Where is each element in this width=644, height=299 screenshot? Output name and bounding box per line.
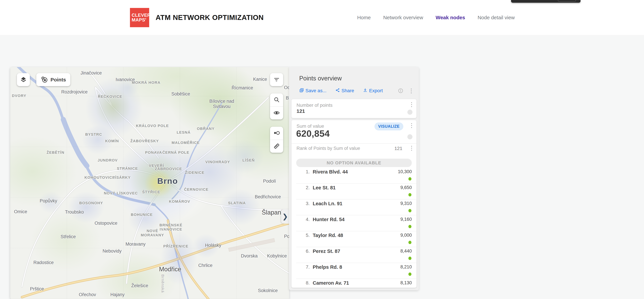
rank-row[interactable]: 2.Lee St. 819,650 <box>292 184 416 199</box>
sum-of-value-card: Sum of value 620,854 VISUALIZE ⋮ Rank of… <box>292 120 416 288</box>
rank-value: 8,210 <box>400 264 412 270</box>
rank-number: 5. <box>302 233 310 238</box>
rank-row[interactable]: 7.Phelps Rd. 88,210 <box>292 263 416 279</box>
map-label: PÍSÁRKY <box>112 175 131 180</box>
rank-value: 9,310 <box>400 201 412 206</box>
nav-weak-nodes[interactable]: Weak nodes <box>436 15 465 21</box>
rank-name: Perez St. 87 <box>313 248 340 254</box>
rank-row[interactable]: 8.Cameron Av. 718,130 <box>292 279 416 288</box>
rank-name: Phelps Rd. 8 <box>313 264 342 270</box>
map-label: Sokolnice <box>258 288 278 293</box>
rank-value: 10,300 <box>398 169 412 174</box>
rank-value: 8,130 <box>400 280 412 285</box>
rank-row[interactable]: 4.Hunter Rd. 549,160 <box>292 215 416 231</box>
rank-row[interactable]: 5.Taylor Rd. 489,000 <box>292 231 416 247</box>
nav-node-detail-view[interactable]: Node detail view <box>478 15 515 21</box>
share-icon <box>335 88 340 94</box>
layers-button[interactable] <box>17 73 30 86</box>
map-label: Soběšice <box>171 91 190 97</box>
rank-value: 9,000 <box>400 233 412 238</box>
rank-kebab[interactable]: ⋮ <box>409 145 414 151</box>
rank-row[interactable]: 6.Perez St. 878,440 <box>292 247 416 263</box>
compare-points-button[interactable] <box>270 127 283 140</box>
map-label: Moravany <box>126 241 146 247</box>
points-toggle-button[interactable]: Points <box>36 73 70 86</box>
map-label: Chrlice <box>198 263 212 268</box>
map-label: Nebovidy <box>102 248 122 254</box>
rank-row[interactable]: 1.Rivera Blvd. 4410,300 <box>292 168 416 184</box>
map-label: MOKRÁ HORA <box>132 80 160 85</box>
map-label: BOHUNICE <box>131 212 153 217</box>
map-label: Brno <box>157 176 178 186</box>
visualize-badge[interactable]: VISUALIZE <box>374 122 403 130</box>
map-label: Ponětovice <box>284 234 289 239</box>
map-label: Střelice <box>60 234 76 239</box>
green-status-dot <box>408 193 412 196</box>
sum-card-kebab[interactable]: ⋮ <box>409 122 414 128</box>
rank-row[interactable]: 3.Leach Ln. 919,310 <box>292 199 416 215</box>
map-label: ŠTÝŘICE <box>142 190 160 194</box>
map-label: Ostopovice <box>94 221 117 226</box>
map-label: LÍŠEŇ <box>242 158 255 162</box>
green-status-dot <box>408 225 412 228</box>
sum-card-toggle[interactable] <box>408 134 412 139</box>
number-card-toggle[interactable] <box>408 110 412 115</box>
map-label: Troubsko <box>65 209 84 215</box>
map-tools-group-2 <box>270 127 283 153</box>
export-label: Export <box>369 88 383 93</box>
rank-name: Hunter Rd. 54 <box>313 217 344 222</box>
green-status-dot <box>408 209 412 212</box>
rank-number: 7. <box>302 264 310 270</box>
map-label: KOMÁROV <box>169 199 190 204</box>
rank-number: 4. <box>302 217 310 222</box>
map-label: BOSONOHY <box>79 201 103 205</box>
panel-actions: Save as... Share Export <box>299 87 416 94</box>
map-filter-button[interactable] <box>270 73 283 86</box>
map-label: Ochoz u Brna <box>284 85 289 101</box>
rank-name: Rivera Blvd. 44 <box>313 169 348 175</box>
map-label: ČERNÁ POLE <box>162 150 189 155</box>
map-label: PONAVA <box>145 150 162 155</box>
map-label: Hajany <box>110 292 124 297</box>
map-label: SLATINA <box>228 201 246 205</box>
map-canvas[interactable]: JinačoviceIvanoviceMOKRÁ HORAKaniceRozdr… <box>10 67 289 299</box>
no-option-available-button: NO OPTION AVAILABLE <box>296 159 412 167</box>
map-label: OBŘANY <box>197 127 215 131</box>
map-label: Podolí <box>263 179 276 184</box>
green-status-dot <box>408 272 412 276</box>
info-icon[interactable] <box>398 88 403 93</box>
export-button[interactable]: Export <box>363 88 383 94</box>
rank-number: 2. <box>302 185 310 190</box>
rank-number: 3. <box>302 201 310 206</box>
map-label: PŘÍZŘENICE <box>163 244 188 248</box>
map-label: Dvorska <box>241 253 258 259</box>
nav-home[interactable]: Home <box>357 15 371 21</box>
map-label: NOVÉ MORAVANY <box>141 229 164 237</box>
map-label: Želešice <box>131 283 148 288</box>
number-card-kebab[interactable]: ⋮ <box>409 102 414 107</box>
map-label: LESNÁ <box>177 130 191 134</box>
share-button[interactable]: Share <box>335 88 354 94</box>
map-label: ZÁBRDOVICE <box>155 167 182 171</box>
map-label: ČERNOVICE <box>184 187 208 192</box>
export-icon <box>363 88 368 94</box>
layers-icon <box>20 76 27 84</box>
map-visibility-button[interactable] <box>270 106 283 119</box>
nav-network-overview[interactable]: Network overview <box>383 15 423 21</box>
browser-toast-button[interactable] <box>558 0 576 2</box>
map-search-button[interactable] <box>270 93 283 106</box>
panel-collapse-toggle[interactable]: ❯ <box>281 209 289 224</box>
map-label: ŽABOVŘESKY <box>130 139 159 143</box>
rank-name: Leach Ln. 91 <box>313 201 342 206</box>
measure-button[interactable] <box>270 140 283 153</box>
map-label: KOHOUTOVICE <box>84 175 115 180</box>
card-divider <box>292 143 416 144</box>
panel-menu-kebab[interactable]: ⋮ <box>408 88 414 94</box>
map-label: Prštice <box>30 286 44 291</box>
app-header: CLEVER° MAPS' ATM NETWORK OPTIMIZATION H… <box>0 0 644 35</box>
rank-list: 1.Rivera Blvd. 4410,3002.Lee St. 819,650… <box>292 168 416 288</box>
clevermaps-logo: CLEVER° MAPS' <box>130 8 149 27</box>
logo-line1: CLEVER° <box>132 13 149 18</box>
rank-number: 8. <box>302 280 310 286</box>
save-as-button[interactable]: Save as... <box>299 88 326 94</box>
